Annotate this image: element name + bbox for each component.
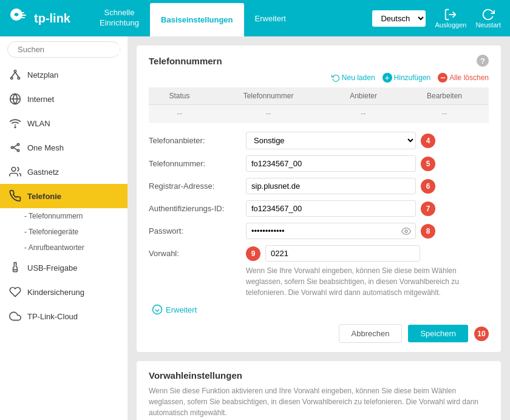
- logo: tp-link: [9, 7, 70, 29]
- vorwahleinstellungen-title: Vorwahleinstellungen: [149, 370, 242, 381]
- svg-point-17: [17, 149, 19, 151]
- add-action[interactable]: + Hinzufügen: [382, 73, 431, 83]
- tab-erweitert[interactable]: Erweitert: [244, 0, 297, 36]
- telefonanbieter-label: Telefonanbieter:: [149, 136, 246, 145]
- badge-6: 6: [421, 179, 435, 194]
- registrar-input[interactable]: [246, 178, 416, 194]
- vorwahleinstellungen-title-row: Vorwahleinstellungen: [149, 370, 489, 381]
- search-input[interactable]: [18, 45, 120, 54]
- tab-basis[interactable]: Basiseinstellungen: [150, 3, 243, 36]
- usb-icon: [9, 262, 21, 274]
- svg-rect-1: [21, 12, 24, 13]
- form-buttons: Abbrechen Speichern 10: [149, 324, 489, 343]
- header-right: Deutsch English Ausloggen Neustart: [372, 8, 501, 29]
- logout-icon: [444, 8, 457, 21]
- passwort-input[interactable]: [246, 223, 416, 239]
- onemesh-icon: [9, 141, 21, 154]
- auth-input[interactable]: [246, 200, 416, 217]
- sidebar-sub-telefoniegeraete[interactable]: - Telefoniegeräte: [0, 224, 127, 240]
- badge-10: 10: [474, 327, 489, 341]
- col-nummer: Telefonnummer: [210, 87, 327, 105]
- col-bearbeiten: Bearbeiten: [400, 87, 489, 105]
- erweitert-toggle[interactable]: Erweitert: [152, 304, 489, 315]
- col-anbieter: Anbieter: [327, 87, 400, 105]
- cancel-button[interactable]: Abbrechen: [339, 324, 403, 343]
- reload-icon: [332, 73, 340, 82]
- sidebar-item-usb[interactable]: USB-Freigabe: [0, 256, 127, 280]
- logout-button[interactable]: Ausloggen: [435, 8, 466, 29]
- svg-point-16: [17, 143, 19, 145]
- cell-anbieter: --: [327, 105, 400, 123]
- table-actions: Neu laden + Hinzufügen − Alle löschen: [149, 73, 489, 83]
- svg-line-19: [13, 147, 18, 150]
- form-row-telefonnummer: Telefonnummer: 5: [149, 155, 489, 172]
- delete-all-action[interactable]: − Alle löschen: [438, 73, 489, 83]
- vorwahl-input[interactable]: [265, 245, 420, 262]
- table-row: -- -- -- --: [149, 105, 489, 123]
- delete-circle-icon: −: [438, 73, 447, 83]
- svg-point-20: [12, 168, 16, 172]
- reload-action[interactable]: Neu laden: [332, 73, 375, 83]
- form-row-registrar: Registrar-Adresse: 6: [149, 178, 489, 194]
- eye-icon[interactable]: [401, 226, 411, 236]
- badge-5: 5: [421, 157, 435, 171]
- svg-line-18: [13, 145, 18, 147]
- telefonnummern-table: Status Telefonnummer Anbieter Bearbeiten: [149, 87, 489, 123]
- col-status: Status: [149, 87, 210, 105]
- help-button[interactable]: ?: [477, 55, 489, 67]
- svg-rect-2: [21, 15, 26, 16]
- badge-4: 4: [421, 134, 435, 148]
- telefonnummer-input[interactable]: [246, 155, 416, 172]
- sidebar-item-gastnetz[interactable]: Gastnetz: [0, 160, 127, 184]
- vorwahl-help-text: Wenn Sie Ihre Vorwahl eingeben, können S…: [246, 265, 489, 298]
- header: tp-link Schnelle Einrichtung Basiseinste…: [0, 0, 510, 36]
- sidebar-item-telefonie[interactable]: Telefonie: [0, 184, 127, 208]
- tp-link-logo-icon: [9, 7, 31, 29]
- sidebar-item-internet[interactable]: Internet: [0, 87, 127, 111]
- sidebar-item-tpcloud[interactable]: TP-Link-Cloud: [0, 304, 127, 328]
- save-button[interactable]: Speichern: [408, 325, 468, 342]
- wifi-icon: [9, 117, 21, 129]
- sidebar: Netzplan Internet WLAN One Mesh: [0, 36, 127, 420]
- telefonnummern-title: Telefonnummern: [149, 56, 222, 66]
- sidebar-sub-telefonnummern[interactable]: - Telefonnummern: [0, 208, 127, 224]
- sidebar-item-netzplan[interactable]: Netzplan: [0, 63, 127, 87]
- svg-line-11: [15, 72, 19, 77]
- phone-icon: [9, 190, 21, 202]
- svg-point-8: [11, 77, 13, 79]
- language-select[interactable]: Deutsch English: [372, 10, 426, 27]
- restart-button[interactable]: Neustart: [475, 8, 501, 29]
- add-circle-icon: +: [382, 73, 392, 83]
- cell-nummer: --: [210, 105, 327, 123]
- form-row-auth: Authentifizierungs-ID: 7: [149, 200, 489, 217]
- chevron-down-icon: [152, 304, 163, 315]
- auth-label: Authentifizierungs-ID:: [149, 204, 246, 213]
- registrar-label: Registrar-Adresse:: [149, 181, 246, 191]
- sidebar-item-onemesh[interactable]: One Mesh: [0, 135, 127, 160]
- svg-line-10: [12, 72, 15, 77]
- cell-status: --: [149, 105, 210, 123]
- content: Telefonnummern ? Neu laden + Hinzufügen …: [127, 36, 510, 420]
- form-row-telefonanbieter: Telefonanbieter: Sonstige Deutsche Telek…: [149, 132, 489, 149]
- badge-9: 9: [246, 246, 260, 261]
- sidebar-item-kindersicherung[interactable]: Kindersicherung: [0, 280, 127, 304]
- sidebar-item-wlan[interactable]: WLAN: [0, 111, 127, 135]
- nav-tabs: Schnelle Einrichtung Basiseinstellungen …: [89, 0, 372, 36]
- sidebar-sub-anrufbeantworter[interactable]: - Anrufbeantworter: [0, 240, 127, 256]
- svg-point-15: [11, 146, 13, 148]
- telefonnummer-label: Telefonnummer:: [149, 159, 246, 168]
- telefonanbieter-select[interactable]: Sonstige Deutsche Telekom Vodafone o2: [246, 132, 416, 149]
- tab-schnelle[interactable]: Schnelle Einrichtung: [89, 0, 150, 36]
- restart-icon: [481, 8, 495, 21]
- main-layout: Netzplan Internet WLAN One Mesh: [0, 36, 510, 420]
- svg-point-14: [15, 127, 16, 128]
- search-box[interactable]: [7, 41, 120, 58]
- telefonnummern-header: Telefonnummern ?: [149, 55, 489, 67]
- cloud-icon: [9, 310, 21, 322]
- vorwahleinstellungen-help: Wenn Sie diese Funktion aktivieren und I…: [149, 385, 489, 418]
- badge-8: 8: [421, 224, 435, 239]
- form-row-passwort: Passwort: 8: [149, 223, 489, 239]
- cell-bearbeiten: --: [400, 105, 489, 123]
- globe-icon: [9, 93, 21, 105]
- svg-point-25: [153, 305, 162, 314]
